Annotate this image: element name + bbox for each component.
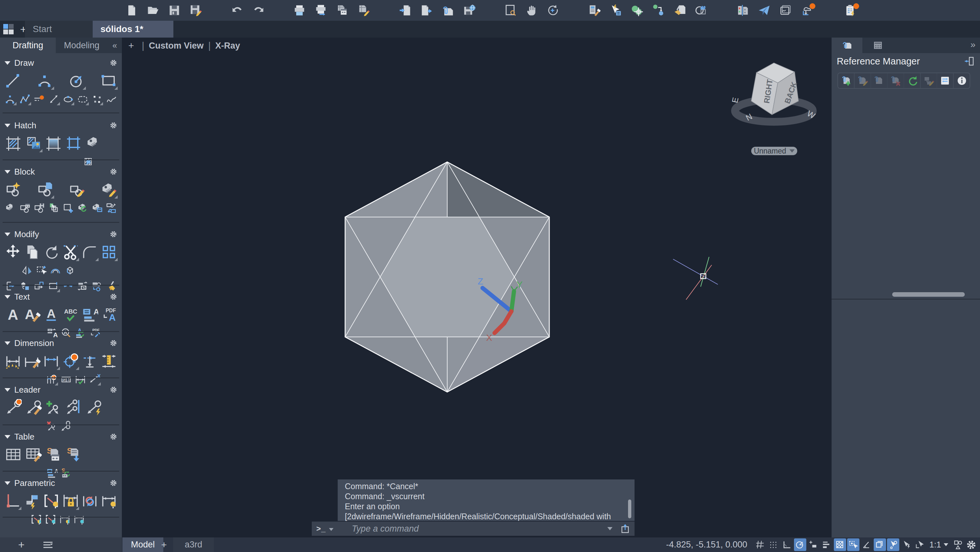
ortho-toggle[interactable]	[781, 538, 793, 551]
tool-edit-dimension[interactable]	[23, 352, 41, 370]
section-gear-icon[interactable]	[110, 168, 117, 176]
tool-dimensional-lock[interactable]	[62, 492, 80, 510]
orbit-icon[interactable]	[546, 4, 559, 17]
tool-sweep-clean[interactable]	[105, 279, 118, 292]
tool-rectangle[interactable]	[99, 71, 118, 90]
quad-toggle[interactable]	[913, 538, 926, 551]
open-reference-button[interactable]	[871, 73, 888, 88]
tool-hatch[interactable]	[4, 134, 23, 152]
tool-move-3d[interactable]	[19, 279, 32, 292]
preview-icon[interactable]	[504, 4, 517, 17]
section-gear-icon[interactable]	[110, 386, 117, 393]
reference-info-button[interactable]	[954, 73, 970, 88]
export-icon[interactable]	[420, 4, 433, 17]
tab-sheet-manager[interactable]	[862, 38, 893, 53]
grid-display-toggle[interactable]	[754, 538, 767, 551]
panel-menu-button[interactable]	[42, 540, 54, 550]
workspace-shapes-button[interactable]	[952, 538, 964, 551]
tool-multiline[interactable]	[33, 93, 46, 106]
tab-drafting[interactable]: Drafting	[0, 38, 56, 53]
tool-scale[interactable]	[33, 279, 46, 292]
tool-rotate[interactable]	[43, 243, 60, 262]
section-collapse-icon[interactable]	[5, 61, 10, 65]
tool-show-dim-constraints[interactable]	[58, 513, 71, 526]
viewcube[interactable]: N E S W RIGHT BACK	[730, 63, 817, 122]
drawing-settings-icon[interactable]	[587, 4, 600, 17]
tool-circle[interactable]	[67, 71, 86, 90]
section-collapse-icon[interactable]	[5, 233, 10, 236]
lineweight-toggle[interactable]	[821, 538, 833, 551]
tool-hatch-from-image[interactable]	[24, 134, 43, 152]
tool-dim-linear[interactable]	[43, 352, 60, 370]
tool-add-leader[interactable]	[44, 398, 63, 417]
section-collapse-icon[interactable]	[5, 170, 10, 174]
reload-references-button[interactable]	[904, 73, 921, 88]
tool-geometric-constraint[interactable]	[43, 492, 60, 510]
dynamic-ucs-toggle[interactable]	[874, 538, 886, 551]
window-layout-icon[interactable]	[3, 23, 14, 35]
model-layout-tab[interactable]: Model	[123, 538, 163, 552]
tool-arc[interactable]	[36, 71, 54, 90]
plot-edit-icon[interactable]	[357, 4, 370, 17]
tool-dim-center[interactable]	[62, 352, 80, 370]
tool-field[interactable]: A	[81, 305, 99, 324]
tool-parametric-axes[interactable]	[4, 492, 22, 510]
compare-drawings-icon[interactable]	[736, 4, 749, 17]
layout-tab-a3rd[interactable]: a3rd	[173, 538, 214, 552]
panel-scrollbar[interactable]	[892, 292, 965, 297]
tool-constraint-update[interactable]	[81, 492, 99, 510]
drawing-viewport[interactable]: + | Custom View | X-Ray	[122, 38, 832, 538]
section-collapse-icon[interactable]	[5, 295, 10, 299]
tool-offset[interactable]	[49, 264, 62, 277]
tool-dim-ordinate[interactable]	[100, 352, 118, 370]
tool-remove-leader[interactable]	[45, 419, 58, 433]
tool-array[interactable]	[100, 243, 118, 262]
section-gear-icon[interactable]	[110, 230, 117, 238]
angle-snap-toggle[interactable]	[861, 538, 873, 551]
settings-gear-button[interactable]	[965, 538, 977, 551]
tool-add-selected[interactable]	[62, 201, 75, 214]
print-icon[interactable]	[293, 4, 306, 17]
tool-edit-text[interactable]: A	[23, 305, 41, 324]
open-file-icon[interactable]	[146, 4, 159, 17]
tool-region[interactable]	[84, 134, 103, 152]
tool-text-style[interactable]: A	[43, 305, 60, 324]
section-gear-icon[interactable]	[110, 433, 117, 441]
tool-table-from-data[interactable]: S	[44, 445, 63, 464]
save-icon[interactable]	[168, 4, 181, 17]
share-icon[interactable]	[758, 4, 771, 17]
section-collapse-icon[interactable]	[5, 435, 10, 439]
page-setup-icon[interactable]	[336, 4, 349, 17]
tool-collect-leaders[interactable]	[60, 419, 73, 433]
tool-boundary[interactable]	[64, 134, 83, 152]
tool-edit-leader[interactable]	[24, 398, 43, 417]
edit-block-reference-button[interactable]	[921, 73, 937, 88]
redo-icon[interactable]	[252, 4, 265, 17]
section-gear-icon[interactable]	[110, 59, 117, 67]
entity-snaps-icon[interactable]	[630, 4, 643, 17]
view-layouts-icon[interactable]	[779, 4, 792, 17]
section-collapse-icon[interactable]	[5, 481, 10, 485]
detach-reference-button[interactable]	[888, 73, 904, 88]
tool-export-table[interactable]: S	[64, 445, 83, 464]
tool-attribute[interactable]	[4, 201, 17, 214]
new-layout-button[interactable]: +	[158, 538, 170, 552]
tool-mirror[interactable]	[21, 264, 34, 277]
tool-quick-leader[interactable]	[84, 398, 103, 417]
clean-drawing-icon[interactable]	[673, 4, 686, 17]
snap-tracking-toggle[interactable]	[887, 538, 899, 551]
tool-show-constraints[interactable]	[30, 513, 43, 526]
tool-polyline[interactable]	[19, 93, 32, 106]
tool-attribute-sync[interactable]	[76, 201, 89, 214]
tool-convert-to-solid[interactable]	[64, 264, 76, 277]
tool-join[interactable]	[62, 279, 75, 292]
tool-arc-3-point[interactable]	[4, 93, 17, 106]
save-to-web-icon[interactable]	[463, 4, 476, 17]
attach-icon[interactable]	[441, 4, 454, 17]
tab-reference-manager[interactable]	[832, 38, 862, 53]
annotation-scale-control[interactable]: 1:1	[927, 540, 951, 550]
tool-block-dialog[interactable]	[19, 201, 32, 214]
task-list-icon[interactable]	[844, 4, 857, 17]
tool-align[interactable]	[76, 279, 89, 292]
tool-fillet[interactable]	[81, 243, 99, 262]
